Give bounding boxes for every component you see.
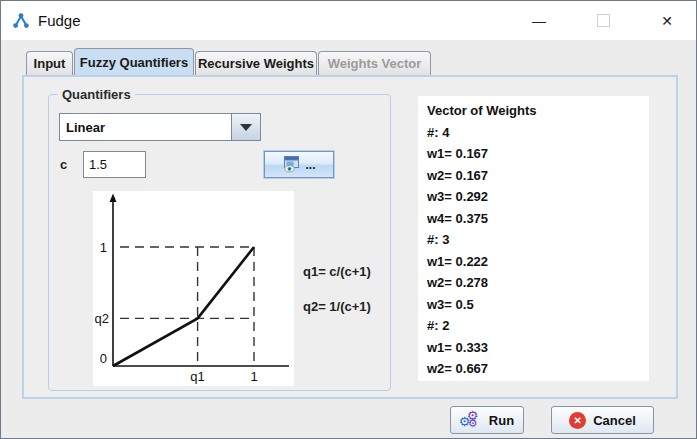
titlebar: Fudge — ✕: [1, 1, 696, 40]
maximize-button[interactable]: [588, 6, 618, 36]
run-button-label: Run: [489, 413, 514, 428]
c-label: c: [60, 157, 67, 172]
weights-line: w1= 0.333: [427, 337, 649, 359]
weights-line: w1= 0.222: [427, 251, 649, 273]
gears-icon: ⚙⚙⚙: [460, 410, 482, 430]
weights-line: w2= 0.167: [427, 165, 649, 187]
y-tick-q2: q2: [95, 311, 109, 326]
minimize-button[interactable]: —: [524, 6, 554, 36]
function-graph: 1 q2 0 q1 1: [93, 191, 294, 386]
run-button[interactable]: ⚙⚙⚙ Run: [450, 406, 524, 434]
weights-line: #: 4: [427, 122, 649, 144]
weights-line: #: 3: [427, 229, 649, 251]
weights-line: w3= 0.5: [427, 294, 649, 316]
chevron-down-icon: [240, 124, 252, 131]
fudge-window: Fudge — ✕ Input Fuzzy Quantifiers Recurs…: [0, 0, 697, 439]
weights-line: w2= 0.667: [427, 358, 649, 380]
y-tick-1: 1: [100, 240, 107, 255]
tab-fuzzy-quantifiers[interactable]: Fuzzy Quantifiers: [74, 48, 194, 75]
weights-line: w2= 0.278: [427, 272, 649, 294]
formula-q1: q1= c/(c+1): [303, 264, 395, 279]
weights-line: #: 2: [427, 315, 649, 337]
window-title: Fudge: [38, 12, 81, 29]
x-tick-1: 1: [250, 369, 257, 384]
preview-button-label: ...: [305, 160, 315, 170]
c-input[interactable]: [83, 151, 146, 178]
app-tree-icon: [12, 12, 30, 30]
table-preview-icon: [282, 156, 302, 173]
window-controls: — ✕: [524, 1, 682, 40]
maximize-icon: [597, 14, 610, 27]
quantifier-type-value: Linear: [60, 114, 231, 140]
weights-title: Vector of Weights: [427, 100, 649, 122]
weights-textarea[interactable]: Vector of Weights #: 4 w1= 0.167 w2= 0.1…: [418, 96, 649, 381]
close-button[interactable]: ✕: [652, 6, 682, 36]
weights-line: w1= 0.167: [427, 143, 649, 165]
weights-line: w3= 0.292: [427, 186, 649, 208]
membership-function-line: [113, 247, 254, 366]
tab-weights-vector: Weights Vector: [318, 51, 431, 75]
weights-line: w4= 0.375: [427, 208, 649, 230]
cancel-button-label: Cancel: [593, 413, 636, 428]
cancel-button[interactable]: ✕ Cancel: [551, 406, 654, 434]
quantifier-type-select[interactable]: Linear: [59, 113, 261, 141]
preview-weights-button[interactable]: ...: [264, 151, 334, 178]
cancel-x-icon: ✕: [569, 412, 586, 429]
combo-arrow-button: [231, 114, 260, 140]
formula-q2: q2= 1/(c+1): [303, 299, 395, 314]
y-axis-arrow: [110, 194, 117, 203]
y-tick-0: 0: [100, 351, 107, 366]
tab-recursive-weights[interactable]: Recursive Weights: [195, 51, 317, 75]
quantifiers-group-title: Quantifiers: [58, 87, 135, 102]
tab-input[interactable]: Input: [26, 51, 73, 75]
x-tick-q1: q1: [190, 369, 204, 384]
